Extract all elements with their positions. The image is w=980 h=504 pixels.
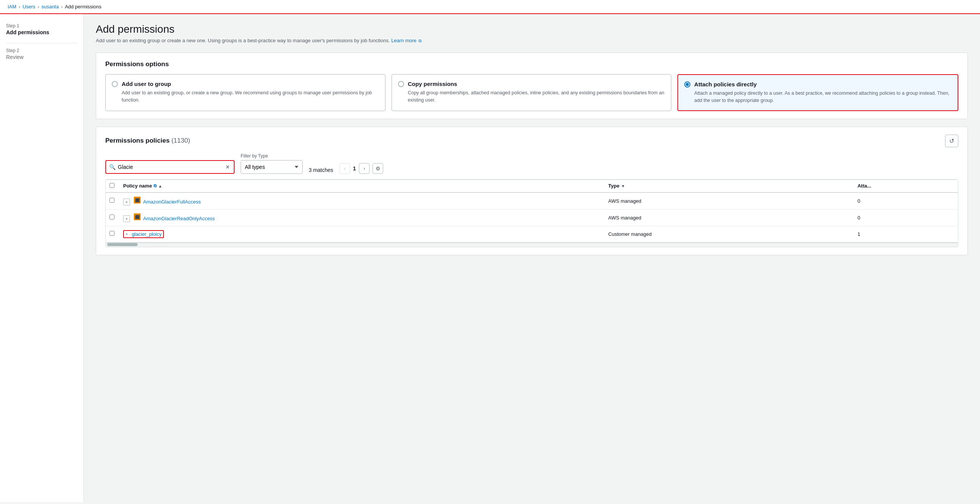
svg-text:⬛: ⬛ — [135, 198, 140, 203]
sidebar-step-1: Step 1 Add permissions — [6, 23, 77, 35]
row1-policy-link[interactable]: AmazonGlacierFullAccess — [143, 199, 201, 205]
search-input[interactable] — [118, 164, 223, 170]
th-policy-name-label: Policy name — [123, 183, 152, 189]
sidebar-step2-label: Step 2 — [6, 48, 77, 53]
th-policy-name-sort: Policy name ⧉ ▲ — [123, 183, 162, 189]
sidebar-step2-title: Review — [6, 54, 77, 60]
th-checkbox — [106, 180, 119, 193]
radio-copy-permissions — [398, 81, 404, 87]
page-description: Add user to an existing group or create … — [96, 38, 968, 43]
row1-type-cell: AWS managed — [605, 193, 854, 210]
sort-desc-icon: ▼ — [621, 184, 625, 188]
prev-page-button[interactable]: ‹ — [339, 163, 350, 174]
policies-table-body: + ⬛ AmazonGlacierFullAccess AWS managed … — [106, 193, 958, 242]
table-settings-button[interactable]: ⚙ — [372, 163, 383, 174]
select-all-checkbox[interactable] — [110, 183, 115, 188]
next-page-button[interactable]: › — [359, 163, 369, 174]
policies-count: (1130) — [172, 137, 190, 144]
breadcrumb-sep-1: › — [19, 4, 20, 10]
content-area: Add permissions Add user to an existing … — [84, 14, 980, 502]
sidebar-step1-label: Step 1 — [6, 23, 77, 29]
breadcrumb-users[interactable]: Users — [22, 4, 35, 10]
row2-policy-link[interactable]: AmazonGlacierReadOnlyAccess — [143, 216, 215, 222]
row3-policy-link[interactable]: glacier_ploicy — [132, 231, 162, 237]
horizontal-scrollbar[interactable] — [105, 243, 958, 247]
row3-checkbox[interactable] — [110, 231, 115, 236]
search-icon: 🔍 — [109, 164, 116, 170]
sidebar-step1-title: Add permissions — [6, 29, 77, 35]
row1-policy-name-cell: + ⬛ AmazonGlacierFullAccess — [119, 193, 605, 210]
th-type-sort: Type ▼ — [608, 183, 625, 189]
row3-attached-cell: 1 — [854, 226, 958, 242]
row2-expand-icon[interactable]: + — [123, 215, 130, 222]
search-box: 🔍 ✕ — [105, 160, 235, 174]
row3-checkbox-cell — [106, 226, 119, 242]
row1-expand-icon[interactable]: + — [123, 199, 130, 206]
perm-option-add-to-group[interactable]: Add user to group Add user to an existin… — [105, 74, 385, 111]
search-clear-icon[interactable]: ✕ — [225, 163, 231, 171]
row1-checkbox-cell — [106, 193, 119, 210]
permissions-options-list: Add user to group Add user to an existin… — [105, 74, 958, 111]
th-attached-label: Atta... — [858, 183, 871, 189]
row1-attached-cell: 0 — [854, 193, 958, 210]
row2-attached-cell: 0 — [854, 209, 958, 226]
policies-title: Permissions policies (1130) — [105, 137, 190, 145]
sidebar-step-2: Step 2 Review — [6, 48, 77, 60]
current-page: 1 — [353, 166, 356, 172]
page-title: Add permissions — [96, 23, 968, 35]
table-header-row: Policy name ⧉ ▲ Type ▼ — [106, 180, 958, 193]
perm-option-attach-directly-desc: Attach a managed policy directly to a us… — [684, 90, 951, 104]
row3-expand-icon[interactable]: + — [126, 232, 128, 236]
policies-table: Policy name ⧉ ▲ Type ▼ — [106, 180, 958, 242]
perm-option-copy-permissions[interactable]: Copy permissions Copy all group membersh… — [391, 74, 672, 111]
permissions-policies-card: Permissions policies (1130) ↺ 🔍 ✕ Filter… — [96, 127, 968, 255]
perm-option-add-to-group-label: Add user to group — [122, 81, 171, 87]
table-row: + glacier_ploicy Customer managed 1 — [106, 226, 958, 242]
breadcrumb: IAM › Users › susanta › Add permissions — [0, 0, 980, 14]
breadcrumb-current: Add permissions — [65, 4, 102, 10]
perm-option-add-to-group-header: Add user to group — [112, 81, 379, 87]
permissions-options-card: Permissions options Add user to group Ad… — [96, 53, 968, 119]
row2-policy-name-cell: + ⬛ AmazonGlacierReadOnlyAccess — [119, 209, 605, 226]
th-policy-name[interactable]: Policy name ⧉ ▲ — [119, 180, 605, 193]
row2-checkbox-cell — [106, 209, 119, 226]
breadcrumb-iam[interactable]: IAM — [8, 4, 16, 10]
sort-asc-icon: ▲ — [158, 184, 162, 188]
learn-more-link[interactable]: Learn more ⧉ — [391, 38, 422, 43]
external-link-th-icon: ⧉ — [154, 183, 157, 188]
filter-by-type-label: Filter by Type — [241, 153, 302, 159]
type-select[interactable]: All types AWS managed Customer managed J… — [241, 160, 302, 174]
type-filter: Filter by Type All types AWS managed Cus… — [241, 153, 302, 174]
scrollbar-thumb — [107, 243, 138, 246]
row3-expand-highlight: + glacier_ploicy — [123, 230, 164, 238]
th-attached: Atta... — [854, 180, 958, 193]
row2-checkbox[interactable] — [110, 215, 115, 220]
policies-table-scroll: Policy name ⧉ ▲ Type ▼ — [105, 179, 958, 243]
sidebar: Step 1 Add permissions Step 2 Review — [0, 14, 84, 502]
breadcrumb-sep-2: › — [38, 4, 39, 10]
row2-policy-icon: ⬛ — [134, 214, 141, 220]
svg-text:⬛: ⬛ — [135, 215, 140, 220]
th-type-label: Type — [608, 183, 619, 189]
sidebar-divider — [6, 43, 77, 43]
radio-add-to-group — [112, 81, 118, 87]
pagination-controls: ‹ 1 › ⚙ — [339, 163, 383, 174]
th-type[interactable]: Type ▼ — [605, 180, 854, 193]
permissions-options-title: Permissions options — [105, 61, 958, 68]
row3-type-cell: Customer managed — [605, 226, 854, 242]
external-link-icon: ⧉ — [418, 38, 422, 43]
row1-checkbox[interactable] — [110, 198, 115, 203]
perm-option-copy-permissions-desc: Copy all group memberships, attached man… — [398, 89, 665, 104]
breadcrumb-susanta[interactable]: susanta — [41, 4, 59, 10]
main-layout: Step 1 Add permissions Step 2 Review Add… — [0, 14, 980, 502]
perm-option-attach-directly-label: Attach policies directly — [694, 81, 756, 88]
perm-option-copy-permissions-label: Copy permissions — [408, 81, 457, 87]
perm-option-attach-directly[interactable]: Attach policies directly Attach a manage… — [678, 74, 958, 111]
table-row: + ⬛ AmazonGlacierFullAccess AWS managed … — [106, 193, 958, 210]
filter-row: 🔍 ✕ Filter by Type All types AWS managed… — [105, 153, 958, 174]
refresh-button[interactable]: ↺ — [945, 135, 958, 147]
perm-option-attach-directly-header: Attach policies directly — [684, 81, 951, 88]
perm-option-add-to-group-desc: Add user to an existing group, or create… — [112, 89, 379, 104]
row3-policy-name-cell: + glacier_ploicy — [119, 226, 605, 242]
table-row: + ⬛ AmazonGlacierReadOnlyAccess AWS mana… — [106, 209, 958, 226]
